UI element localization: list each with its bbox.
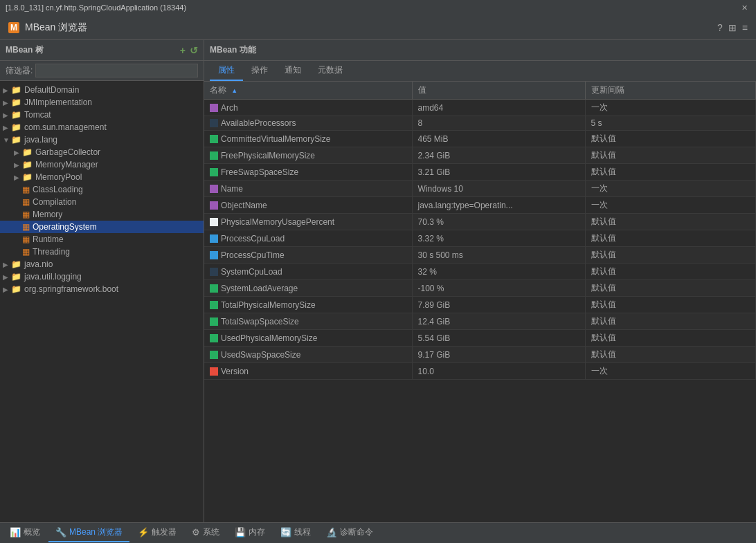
color-dot-5: [210, 185, 218, 193]
table-row[interactable]: UsedSwapSpaceSize 9.17 GiB 默认值: [204, 347, 756, 363]
cell-name-15: UsedSwapSpaceSize: [204, 347, 412, 363]
cell-update-9: 默认值: [585, 247, 756, 264]
tree-label-java-nio: java.nio: [24, 259, 53, 269]
folder-icon-gc: 📁: [22, 147, 33, 157]
color-dot-0: [210, 104, 218, 112]
tab-元数据[interactable]: 元数据: [309, 61, 351, 81]
filter-input[interactable]: [35, 64, 198, 77]
tree-item-classloading[interactable]: ▦ClassLoading: [0, 183, 204, 196]
bottom-tab-icon-mbean: 🔧: [55, 527, 66, 537]
panel-header-icons: + ↺: [180, 45, 198, 56]
tree-item-java-nio[interactable]: ▶📁java.nio: [0, 258, 204, 270]
cell-value-3: 2.34 GiB: [412, 147, 585, 164]
bottom-tab-trigger[interactable]: ⚡触发器: [131, 524, 183, 542]
tree-item-threading[interactable]: ▦Threading: [0, 246, 204, 258]
tree-item-jm-implementation[interactable]: ▶📁JMImplementation: [0, 96, 204, 109]
tree-label-compilation: Compilation: [33, 197, 76, 207]
col-name-header[interactable]: 名称 ▲: [204, 82, 412, 100]
bottom-tab-label-system: 系统: [203, 526, 219, 538]
main-content: MBean 树 + ↺ 筛选器: ▶📁DefaultDomain▶📁JMImpl…: [0, 40, 756, 522]
cell-value-9: 30 s 500 ms: [412, 247, 585, 264]
tree-item-memory[interactable]: ▦Memory: [0, 208, 204, 221]
table-row[interactable]: SystemLoadAverage -100 % 默认值: [204, 280, 756, 297]
tree-item-compilation[interactable]: ▦Compilation: [0, 196, 204, 208]
tab-通知[interactable]: 通知: [276, 61, 309, 81]
tabs-bar: 属性操作通知元数据: [204, 61, 756, 82]
layout-icon[interactable]: ⊞: [728, 22, 737, 33]
tab-操作[interactable]: 操作: [243, 61, 276, 81]
tree-label-memory: Memory: [33, 210, 62, 219]
tree-item-default-domain[interactable]: ▶📁DefaultDomain: [0, 84, 204, 96]
folder-icon-mp: 📁: [22, 172, 33, 182]
help-icon[interactable]: ?: [717, 22, 723, 33]
color-dot-13: [210, 317, 218, 326]
folder-icon-java-util-logging: 📁: [11, 272, 21, 282]
table-row[interactable]: UsedPhysicalMemorySize 5.54 GiB 默认值: [204, 330, 756, 347]
cell-update-4: 默认值: [585, 164, 756, 181]
left-panel: MBean 树 + ↺ 筛选器: ▶📁DefaultDomain▶📁JMImpl…: [0, 40, 204, 522]
tree-label-runtime: Runtime: [33, 234, 64, 244]
table-container[interactable]: 名称 ▲ 值 更新间隔 Arch: [204, 82, 756, 522]
title-bar-controls: ✕: [739, 3, 750, 12]
table-row[interactable]: ProcessCpuLoad 3.32 % 默认值: [204, 230, 756, 247]
cell-value-12: 7.89 GiB: [412, 297, 585, 313]
col-value-header[interactable]: 值: [412, 82, 585, 100]
cell-value-11: -100 %: [412, 280, 585, 297]
bottom-tab-diagnostic[interactable]: 🔬诊断命令: [319, 524, 380, 542]
cell-name-7: PhysicalMemoryUsagePercent: [204, 214, 412, 230]
bottom-tab-label-thread: 线程: [294, 526, 311, 538]
cell-update-15: 默认值: [585, 347, 756, 363]
table-row[interactable]: FreePhysicalMemorySize 2.34 GiB 默认值: [204, 147, 756, 164]
tree-item-java-lang[interactable]: ▼📁java.lang: [0, 134, 204, 146]
refresh-icon[interactable]: ↺: [190, 45, 198, 56]
table-row[interactable]: FreeSwapSpaceSize 3.21 GiB 默认值: [204, 164, 756, 181]
settings-icon[interactable]: ≡: [742, 22, 748, 33]
tree-container[interactable]: ▶📁DefaultDomain▶📁JMImplementation▶📁Tomca…: [0, 81, 204, 522]
table-row[interactable]: Name Windows 10 一次: [204, 181, 756, 197]
cell-update-16: 一次: [585, 363, 756, 380]
tree-item-org-springframework[interactable]: ▶📁org.springframework.boot: [0, 283, 204, 295]
tree-item-tomcat[interactable]: ▶📁Tomcat: [0, 109, 204, 121]
cell-update-8: 默认值: [585, 230, 756, 247]
tree-item-operatingsystem[interactable]: ▦OperatingSystem: [0, 221, 204, 233]
folder-icon-org-springframework: 📁: [11, 284, 21, 294]
tree-label-java-lang: java.lang: [24, 135, 57, 145]
bottom-tab-overview[interactable]: 📊概览: [3, 524, 47, 542]
attr-name-0: Arch: [221, 103, 238, 113]
col-update-header[interactable]: 更新间隔: [585, 82, 756, 100]
left-panel-header: MBean 树 + ↺: [0, 40, 204, 61]
left-panel-title: MBean 树: [6, 44, 44, 56]
table-row[interactable]: ObjectName java.lang:type=Operatin... 一次: [204, 197, 756, 214]
cell-value-0: amd64: [412, 100, 585, 116]
tab-属性[interactable]: 属性: [210, 61, 243, 81]
table-row[interactable]: ProcessCpuTime 30 s 500 ms 默认值: [204, 247, 756, 264]
color-dot-2: [210, 135, 218, 143]
add-icon[interactable]: +: [180, 45, 186, 56]
cell-update-1: 5 s: [585, 116, 756, 131]
tree-item-runtime[interactable]: ▦Runtime: [0, 233, 204, 246]
bottom-tab-memory[interactable]: 💾内存: [228, 524, 272, 542]
table-row[interactable]: TotalSwapSpaceSize 12.4 GiB 默认值: [204, 313, 756, 330]
tree-item-mp[interactable]: ▶📁MemoryPool: [0, 171, 204, 183]
table-row[interactable]: TotalPhysicalMemorySize 7.89 GiB 默认值: [204, 297, 756, 313]
tree-arrow-org-springframework: ▶: [3, 286, 11, 293]
tree-item-gc[interactable]: ▶📁GarbageCollector: [0, 146, 204, 158]
bottom-tab-thread[interactable]: 🔄线程: [273, 524, 318, 542]
cell-update-5: 一次: [585, 181, 756, 197]
bottom-tab-system[interactable]: ⚙系统: [185, 524, 226, 542]
table-row[interactable]: Version 10.0 一次: [204, 363, 756, 380]
close-button[interactable]: ✕: [739, 3, 750, 12]
tree-item-mm[interactable]: ▶📁MemoryManager: [0, 158, 204, 171]
tree-item-java-util-logging[interactable]: ▶📁java.util.logging: [0, 270, 204, 283]
table-row[interactable]: CommittedVirtualMemorySize 465 MiB 默认值: [204, 131, 756, 147]
bottom-tab-mbean[interactable]: 🔧MBean 浏览器: [48, 524, 129, 542]
cell-name-11: SystemLoadAverage: [204, 280, 412, 297]
color-dot-14: [210, 334, 218, 342]
table-row[interactable]: SystemCpuLoad 32 % 默认值: [204, 264, 756, 280]
tree-item-com-sun[interactable]: ▶📁com.sun.management: [0, 121, 204, 134]
cell-update-10: 默认值: [585, 264, 756, 280]
table-row[interactable]: PhysicalMemoryUsagePercent 70.3 % 默认值: [204, 214, 756, 230]
table-row[interactable]: Arch amd64 一次: [204, 100, 756, 116]
table-row[interactable]: AvailableProcessors 8 5 s: [204, 116, 756, 131]
tree-arrow-default-domain: ▶: [3, 86, 11, 94]
